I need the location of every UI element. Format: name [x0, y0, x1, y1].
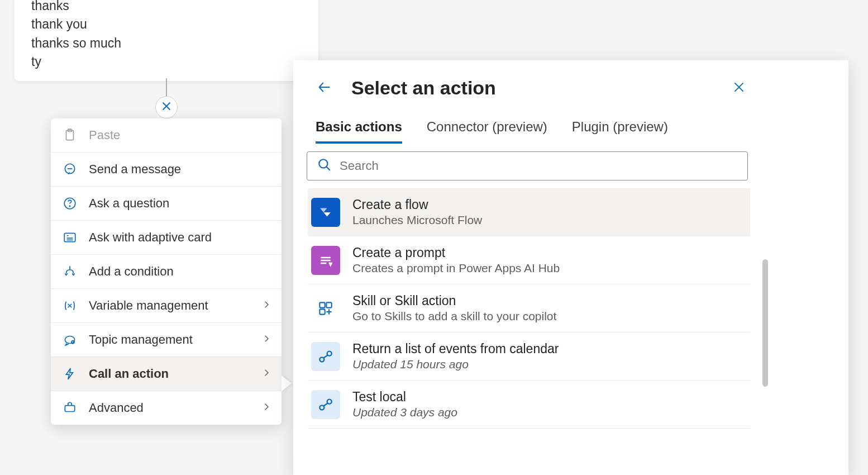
search-icon — [317, 158, 340, 174]
tab-plugin-preview-[interactable]: Plugin (preview) — [572, 119, 668, 144]
clipboard-icon — [62, 127, 78, 143]
action-item-return-a-list-of-events-from-calendar[interactable]: Return a list of events from calendarUpd… — [308, 332, 750, 381]
action-text: Create a flowLaunches Microsoft Flow — [352, 197, 482, 227]
phrase-line: thank you — [31, 15, 302, 34]
svg-rect-9 — [319, 302, 325, 307]
action-text: Create a promptCreates a prompt in Power… — [352, 245, 560, 275]
action-subtitle: Updated 3 days ago — [352, 406, 457, 419]
variable-icon — [62, 298, 78, 314]
svg-rect-5 — [64, 233, 75, 241]
question-icon — [62, 196, 78, 211]
menu-item-label: Add a condition — [89, 264, 174, 279]
action-item-create-a-prompt[interactable]: Create a promptCreates a prompt in Power… — [308, 236, 750, 284]
svg-point-14 — [319, 405, 324, 410]
menu-item-label: Call an action — [89, 367, 169, 381]
trigger-phrases-card: thanks thank you thanks so much ty — [15, 0, 318, 81]
action-text: Skill or Skill actionGo to Skills to add… — [352, 293, 556, 323]
message-icon — [62, 162, 78, 177]
svg-rect-11 — [319, 309, 325, 314]
close-add-node-button[interactable] — [155, 96, 178, 118]
phrase-line: thanks so much — [31, 34, 302, 53]
flow-icon — [311, 198, 340, 227]
phrase-line: thanks — [31, 0, 302, 15]
menu-item-label: Ask with adaptive card — [89, 230, 212, 245]
chevron-right-icon — [261, 367, 271, 381]
menu-item-label: Topic management — [89, 332, 193, 347]
menu-item-label: Ask a question — [89, 196, 169, 211]
svg-rect-10 — [326, 302, 331, 307]
chevron-right-icon — [261, 298, 271, 313]
panel-header: Select an action — [293, 60, 848, 102]
menu-item-paste: Paste — [51, 118, 282, 152]
action-item-test-local[interactable]: Test localUpdated 3 days ago — [308, 381, 750, 429]
connector-line — [166, 78, 167, 98]
action-icon — [62, 366, 78, 382]
action-item-create-a-flow[interactable]: Create a flowLaunches Microsoft Flow — [308, 188, 750, 236]
custom-icon — [311, 390, 340, 419]
menu-item-advanced[interactable]: Advanced — [51, 391, 282, 425]
card-icon — [62, 230, 78, 245]
svg-point-15 — [327, 399, 332, 403]
topic-icon — [62, 332, 78, 348]
branch-icon — [62, 264, 78, 279]
menu-item-send-a-message[interactable]: Send a message — [51, 152, 282, 186]
prompt-icon — [311, 246, 340, 275]
svg-point-12 — [319, 357, 324, 362]
panel-tabs: Basic actionsConnector (preview)Plugin (… — [293, 102, 848, 144]
tab-basic-actions[interactable]: Basic actions — [316, 119, 402, 144]
menu-item-call-an-action[interactable]: Call an action — [51, 357, 282, 391]
close-icon — [732, 80, 746, 97]
menu-item-label: Variable management — [89, 298, 208, 313]
action-title: Create a prompt — [352, 245, 560, 260]
phrase-line: ty — [31, 53, 302, 71]
custom-icon — [311, 342, 340, 371]
chevron-right-icon — [261, 332, 271, 347]
menu-item-ask-a-question[interactable]: Ask a question — [51, 186, 282, 220]
svg-rect-7 — [65, 406, 74, 412]
search-input[interactable] — [340, 159, 737, 173]
search-wrap — [293, 144, 770, 188]
flyout-caret — [282, 376, 292, 391]
action-subtitle: Creates a prompt in Power Apps AI Hub — [352, 262, 560, 275]
search-box[interactable] — [307, 151, 748, 180]
action-title: Return a list of events from calendar — [352, 341, 559, 357]
action-title: Skill or Skill action — [352, 293, 556, 308]
chevron-right-icon — [261, 401, 271, 415]
action-subtitle: Launches Microsoft Flow — [352, 213, 482, 227]
close-icon — [160, 100, 173, 115]
menu-item-variable-management[interactable]: Variable management — [51, 288, 282, 322]
menu-item-topic-management[interactable]: Topic management — [51, 322, 282, 357]
tab-connector-preview-[interactable]: Connector (preview) — [427, 119, 547, 144]
select-action-panel: Select an action Basic actionsConnector … — [293, 60, 848, 475]
action-text: Return a list of events from calendarUpd… — [352, 341, 559, 371]
action-subtitle: Go to Skills to add a skill to your copi… — [352, 310, 556, 323]
action-text: Test localUpdated 3 days ago — [352, 390, 457, 419]
action-title: Create a flow — [352, 197, 482, 212]
menu-item-add-a-condition[interactable]: Add a condition — [51, 254, 282, 288]
skill-icon — [311, 294, 340, 323]
back-button[interactable] — [316, 79, 333, 97]
menu-item-label: Advanced — [89, 401, 144, 415]
action-item-skill-or-skill-action[interactable]: Skill or Skill actionGo to Skills to add… — [308, 284, 750, 332]
action-title: Test local — [352, 390, 457, 405]
menu-item-ask-with-adaptive-card[interactable]: Ask with adaptive card — [51, 220, 282, 254]
close-panel-button[interactable] — [730, 79, 748, 97]
svg-point-4 — [69, 206, 70, 206]
svg-point-13 — [327, 351, 332, 355]
menu-item-label: Send a message — [89, 162, 181, 177]
scrollbar-thumb[interactable] — [762, 259, 768, 387]
action-subtitle: Updated 15 hours ago — [352, 358, 559, 371]
arrow-left-icon — [317, 79, 332, 97]
advanced-icon — [62, 400, 78, 416]
node-context-menu: PasteSend a messageAsk a questionAsk wit… — [51, 118, 282, 425]
action-list: Create a flowLaunches Microsoft FlowCrea… — [293, 188, 766, 429]
panel-title: Select an action — [351, 77, 730, 99]
svg-point-8 — [319, 159, 327, 168]
menu-item-label: Paste — [89, 128, 120, 142]
